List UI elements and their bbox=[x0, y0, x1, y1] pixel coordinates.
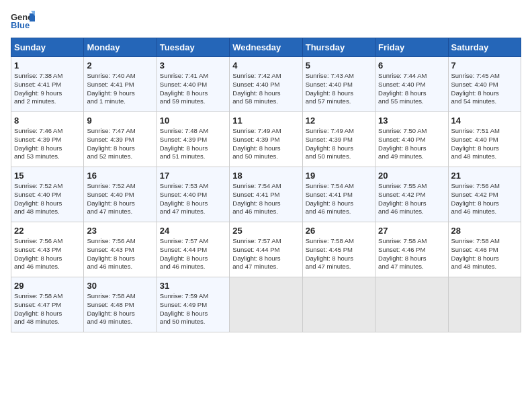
day-info: Sunset: 4:47 PM bbox=[14, 301, 81, 310]
day-info: Sunset: 4:39 PM bbox=[232, 136, 299, 144]
calendar-cell: 22Sunrise: 7:56 AMSunset: 4:43 PMDayligh… bbox=[11, 222, 84, 277]
day-info: Sunset: 4:39 PM bbox=[14, 136, 81, 144]
day-info: and 46 minutes. bbox=[378, 208, 445, 216]
weekday-header-sunday: Sunday bbox=[11, 38, 84, 57]
day-info: Sunrise: 7:58 AM bbox=[87, 292, 153, 301]
day-number: 4 bbox=[232, 60, 299, 71]
calendar-cell: 28Sunrise: 7:58 AMSunset: 4:46 PMDayligh… bbox=[448, 222, 521, 277]
calendar-table: SundayMondayTuesdayWednesdayThursdayFrid… bbox=[11, 38, 521, 332]
day-info: Sunset: 4:48 PM bbox=[87, 301, 153, 310]
calendar-cell: 18Sunrise: 7:54 AMSunset: 4:41 PMDayligh… bbox=[230, 167, 302, 222]
day-info: Sunrise: 7:56 AM bbox=[14, 237, 81, 246]
day-info: Sunset: 4:46 PM bbox=[451, 246, 518, 255]
logo-icon: General Blue bbox=[11, 11, 35, 30]
day-info: Daylight: 8 hours bbox=[378, 144, 445, 153]
calendar-cell: 13Sunrise: 7:50 AMSunset: 4:40 PMDayligh… bbox=[375, 112, 448, 167]
day-info: Sunset: 4:39 PM bbox=[160, 136, 226, 144]
day-info: Sunset: 4:40 PM bbox=[160, 81, 226, 89]
calendar-week-row: 8Sunrise: 7:46 AMSunset: 4:39 PMDaylight… bbox=[11, 112, 521, 167]
day-number: 30 bbox=[87, 281, 153, 291]
day-info: Sunset: 4:40 PM bbox=[160, 191, 226, 199]
day-info: Daylight: 8 hours bbox=[232, 89, 299, 98]
day-number: 11 bbox=[232, 116, 299, 126]
day-info: and 54 minutes. bbox=[451, 97, 518, 106]
day-number: 19 bbox=[306, 171, 372, 181]
calendar-cell: 7Sunrise: 7:45 AMSunset: 4:40 PMDaylight… bbox=[448, 57, 521, 112]
day-info: Sunrise: 7:59 AM bbox=[160, 292, 226, 301]
day-number: 21 bbox=[451, 171, 518, 181]
day-info: and 47 minutes. bbox=[306, 263, 372, 271]
day-number: 18 bbox=[232, 171, 299, 181]
day-info: and 48 minutes. bbox=[451, 152, 518, 161]
day-info: Sunset: 4:39 PM bbox=[87, 136, 153, 144]
calendar-cell: 26Sunrise: 7:58 AMSunset: 4:45 PMDayligh… bbox=[302, 222, 375, 277]
calendar-week-row: 29Sunrise: 7:58 AMSunset: 4:47 PMDayligh… bbox=[11, 277, 521, 332]
day-number: 5 bbox=[306, 60, 372, 71]
day-info: Daylight: 8 hours bbox=[451, 89, 518, 98]
day-info: Sunrise: 7:52 AM bbox=[87, 182, 153, 191]
day-info: Sunset: 4:40 PM bbox=[451, 81, 518, 89]
day-info: and 46 minutes. bbox=[306, 208, 372, 216]
day-info: Daylight: 8 hours bbox=[14, 255, 81, 263]
weekday-header-friday: Friday bbox=[375, 38, 448, 57]
day-info: Sunrise: 7:54 AM bbox=[232, 182, 299, 191]
day-info: and 47 minutes. bbox=[87, 208, 153, 216]
calendar-cell: 10Sunrise: 7:48 AMSunset: 4:39 PMDayligh… bbox=[157, 112, 229, 167]
day-info: Sunrise: 7:48 AM bbox=[160, 127, 226, 136]
day-info: Sunrise: 7:49 AM bbox=[306, 127, 372, 136]
calendar-cell: 17Sunrise: 7:53 AMSunset: 4:40 PMDayligh… bbox=[157, 167, 229, 222]
day-info: and 50 minutes. bbox=[160, 318, 226, 326]
day-info: Sunrise: 7:41 AM bbox=[160, 72, 226, 81]
calendar-cell: 16Sunrise: 7:52 AMSunset: 4:40 PMDayligh… bbox=[84, 167, 157, 222]
day-number: 25 bbox=[232, 226, 299, 236]
day-info: Daylight: 8 hours bbox=[87, 199, 153, 208]
day-info: and 49 minutes. bbox=[378, 152, 445, 161]
day-number: 24 bbox=[160, 226, 226, 236]
day-info: Sunset: 4:40 PM bbox=[232, 81, 299, 89]
day-info: Sunrise: 7:43 AM bbox=[306, 72, 372, 81]
day-info: Daylight: 9 hours bbox=[14, 89, 81, 98]
day-info: Daylight: 8 hours bbox=[87, 255, 153, 263]
day-info: Sunrise: 7:53 AM bbox=[160, 182, 226, 191]
calendar-cell bbox=[375, 277, 448, 332]
day-info: Daylight: 8 hours bbox=[378, 199, 445, 208]
day-info: Daylight: 8 hours bbox=[232, 144, 299, 153]
day-number: 7 bbox=[451, 60, 518, 71]
day-number: 2 bbox=[87, 60, 153, 71]
day-info: Sunrise: 7:50 AM bbox=[378, 127, 445, 136]
day-number: 15 bbox=[14, 171, 81, 181]
logo: General Blue bbox=[11, 11, 38, 30]
day-info: Sunrise: 7:58 AM bbox=[378, 237, 445, 246]
day-number: 23 bbox=[87, 226, 153, 236]
calendar-cell bbox=[230, 277, 302, 332]
calendar-cell: 5Sunrise: 7:43 AMSunset: 4:40 PMDaylight… bbox=[302, 57, 375, 112]
day-info: Sunset: 4:49 PM bbox=[160, 301, 226, 310]
day-info: Sunset: 4:42 PM bbox=[378, 191, 445, 199]
calendar-cell: 19Sunrise: 7:54 AMSunset: 4:41 PMDayligh… bbox=[302, 167, 375, 222]
calendar-cell: 6Sunrise: 7:44 AMSunset: 4:40 PMDaylight… bbox=[375, 57, 448, 112]
day-info: Sunrise: 7:40 AM bbox=[87, 72, 153, 81]
calendar-cell: 12Sunrise: 7:49 AMSunset: 4:39 PMDayligh… bbox=[302, 112, 375, 167]
calendar-cell: 25Sunrise: 7:57 AMSunset: 4:44 PMDayligh… bbox=[230, 222, 302, 277]
day-info: Sunrise: 7:47 AM bbox=[87, 127, 153, 136]
calendar-week-row: 15Sunrise: 7:52 AMSunset: 4:40 PMDayligh… bbox=[11, 167, 521, 222]
day-number: 8 bbox=[14, 116, 81, 126]
day-info: and 59 minutes. bbox=[160, 97, 226, 106]
day-info: Sunset: 4:43 PM bbox=[87, 246, 153, 255]
day-info: and 1 minute. bbox=[87, 97, 153, 106]
page-header: General Blue bbox=[11, 11, 521, 30]
weekday-header-tuesday: Tuesday bbox=[157, 38, 229, 57]
day-info: and 46 minutes. bbox=[451, 208, 518, 216]
day-info: and 47 minutes. bbox=[378, 263, 445, 271]
day-number: 9 bbox=[87, 116, 153, 126]
day-info: Daylight: 8 hours bbox=[160, 255, 226, 263]
day-info: Daylight: 8 hours bbox=[160, 310, 226, 318]
day-info: Sunset: 4:44 PM bbox=[160, 246, 226, 255]
calendar-cell: 15Sunrise: 7:52 AMSunset: 4:40 PMDayligh… bbox=[11, 167, 84, 222]
calendar-cell: 30Sunrise: 7:58 AMSunset: 4:48 PMDayligh… bbox=[84, 277, 157, 332]
day-info: Sunset: 4:40 PM bbox=[378, 81, 445, 89]
day-info: Sunset: 4:40 PM bbox=[451, 136, 518, 144]
calendar-cell: 14Sunrise: 7:51 AMSunset: 4:40 PMDayligh… bbox=[448, 112, 521, 167]
day-info: Daylight: 8 hours bbox=[378, 89, 445, 98]
day-info: and 50 minutes. bbox=[306, 152, 372, 161]
